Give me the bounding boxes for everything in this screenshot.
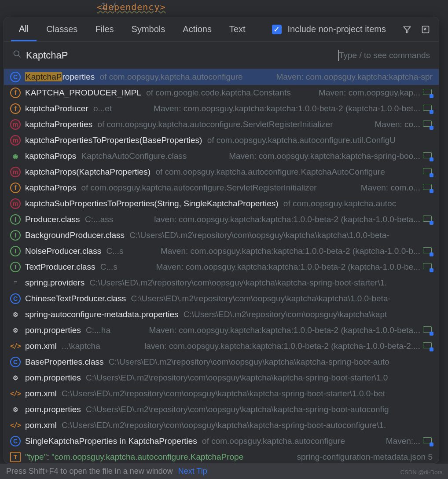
xml-icon: </> xyxy=(10,388,21,399)
result-location: Maven: co... xyxy=(375,120,421,129)
gear-icon: ⚙ xyxy=(10,309,21,320)
result-text: KaptchaProperties of com.oopsguy.kaptcha… xyxy=(25,72,272,82)
result-row[interactable]: ⚙pom.properties C:\Users\ED\.m2\reposito… xyxy=(4,370,439,386)
result-row[interactable]: ⚙spring-autoconfigure-metadata.propertie… xyxy=(4,307,439,322)
result-location: spring-configuration-metadata.json 5 xyxy=(297,452,433,462)
result-row[interactable]: ≡spring.providers C:\Users\ED\.m2\reposi… xyxy=(4,275,439,291)
result-location: Maven: com.o... xyxy=(361,183,420,193)
result-row[interactable]: </>pom.xml C:\Users\ED\.m2\repository\co… xyxy=(4,386,439,402)
result-row[interactable]: T"type": "com.oopsguy.kaptcha.autoconfig… xyxy=(4,449,439,463)
result-row[interactable]: fkaptchaProducer o...etMaven: com.oopsgu… xyxy=(4,101,439,117)
t-icon: T xyxy=(10,452,21,462)
search-placeholder-hint: Type / to see commands xyxy=(339,51,430,60)
library-folder-icon xyxy=(423,263,433,271)
result-text: kaptchaProps of com.oopsguy.kaptcha.auto… xyxy=(25,183,357,193)
result-row[interactable]: CBaseProperties.class C:\Users\ED\.m2\re… xyxy=(4,354,439,370)
gear-icon: ⚙ xyxy=(10,373,21,383)
gear-icon: ⚙ xyxy=(10,325,21,336)
gear-icon: ⚙ xyxy=(10,404,21,415)
result-text: kaptchaProps KaptchaAutoConfigure.class xyxy=(25,151,225,161)
method-icon: m xyxy=(10,119,21,130)
result-row[interactable]: fkaptchaProps of com.oopsguy.kaptcha.aut… xyxy=(4,180,439,196)
result-row[interactable]: IProducer.class C:...asslaven: com.oopsg… xyxy=(4,212,439,227)
result-location: Maven: com.oopsguy.kaptcha:kaptcha-spr xyxy=(276,72,433,82)
footer-hint: Press Shift+F4 to open the file in a new… xyxy=(6,467,173,476)
result-row[interactable]: ITextProducer.class C...sMaven: com.oops… xyxy=(4,259,439,275)
tabs-bar: All Classes Files Symbols Actions Text ✓… xyxy=(4,17,439,42)
result-row[interactable]: ⚙pom.properties C:\Users\ED\.m2\reposito… xyxy=(4,402,439,417)
result-text: kaptchaProducer o...et xyxy=(25,104,150,113)
library-folder-icon xyxy=(423,437,433,445)
include-nonproject-label: Include non-project items xyxy=(288,24,386,34)
result-text: pom.xml ...\kaptcha xyxy=(25,341,141,351)
result-location: laven: com.oopsguy.kaptcha:kaptcha:1.0.0… xyxy=(154,215,420,224)
result-row[interactable]: CSingleKaptchaProperties in KaptchaPrope… xyxy=(4,433,439,449)
search-input[interactable] xyxy=(26,50,339,61)
result-row[interactable]: CKaptchaProperties of com.oopsguy.kaptch… xyxy=(4,69,439,85)
result-text: kaptchaPropertiesToProperties(BaseProper… xyxy=(25,135,433,145)
library-folder-icon xyxy=(423,216,433,223)
field-icon: f xyxy=(10,103,21,114)
result-row[interactable]: ◉kaptchaProps KaptchaAutoConfigure.class… xyxy=(4,148,439,164)
interface-icon: I xyxy=(10,246,21,256)
class-icon: C xyxy=(10,357,21,367)
tab-classes[interactable]: Classes xyxy=(38,18,85,40)
xml-icon: </> xyxy=(10,420,21,431)
tab-symbols[interactable]: Symbols xyxy=(124,18,173,40)
tab-files[interactable]: Files xyxy=(87,18,121,40)
list-icon: ≡ xyxy=(10,278,21,288)
result-text: pom.properties C:\Users\ED\.m2\repositor… xyxy=(25,405,433,414)
method-icon: m xyxy=(10,167,21,177)
method-icon: m xyxy=(10,198,21,209)
open-in-tool-window-icon[interactable] xyxy=(419,23,432,36)
library-folder-icon xyxy=(423,121,433,128)
result-row[interactable]: IBackgroundProducer.class C:\Users\ED\.m… xyxy=(4,227,439,243)
editor-background-text: <dependency> xyxy=(0,0,448,12)
library-folder-icon xyxy=(423,184,433,192)
result-text: pom.xml C:\Users\ED\.m2\repository\com\o… xyxy=(25,420,433,430)
include-nonproject-checkbox[interactable]: ✓ xyxy=(272,25,282,34)
xml-icon: </> xyxy=(10,341,21,351)
library-folder-icon xyxy=(423,89,433,97)
result-row[interactable]: INoiseProducer.class C...sMaven: com.oop… xyxy=(4,243,439,259)
result-location: Maven: com.oopsguy.kaptcha:kaptcha:1.0.0… xyxy=(154,104,420,113)
tab-all[interactable]: All xyxy=(11,18,37,41)
field-icon: f xyxy=(10,88,21,98)
result-row[interactable]: mkaptchaSubPropertiesToProperties(String… xyxy=(4,196,439,212)
svg-point-1 xyxy=(14,51,19,56)
field-icon: f xyxy=(10,183,21,193)
class-icon: C xyxy=(10,72,21,82)
tab-actions[interactable]: Actions xyxy=(175,18,220,40)
result-row[interactable]: </>pom.xml ...\kaptchalaven: com.oopsguy… xyxy=(4,338,439,354)
bean-icon: ◉ xyxy=(10,151,21,161)
result-location: Maven: com.oopsguy.kaptcha:kaptcha:1.0.0… xyxy=(161,246,420,256)
result-row[interactable]: fKAPTCHA_PRODUCER_IMPL of com.google.cod… xyxy=(4,85,439,101)
interface-icon: I xyxy=(10,214,21,225)
result-row[interactable]: ⚙pom.properties C:...haMaven: com.oopsgu… xyxy=(4,322,439,338)
filter-icon[interactable] xyxy=(401,23,413,36)
result-text: pom.properties C:\Users\ED\.m2\repositor… xyxy=(25,373,433,383)
result-text: "type": "com.oopsguy.kaptcha.autoconfigu… xyxy=(25,452,294,462)
result-text: NoiseProducer.class C...s xyxy=(25,246,157,256)
result-location: Maven:... xyxy=(386,436,420,446)
library-folder-icon xyxy=(423,342,433,350)
library-folder-icon xyxy=(423,168,433,176)
result-location: Maven: com.oopsguy.kaptcha:kaptcha:1.0.0… xyxy=(149,325,420,335)
next-tip-link[interactable]: Next Tip xyxy=(178,467,207,476)
result-row[interactable]: mkaptchaPropertiesToProperties(BasePrope… xyxy=(4,132,439,148)
library-folder-icon xyxy=(423,247,433,255)
interface-icon: I xyxy=(10,230,21,241)
watermark: CSDN @di-Dora xyxy=(400,469,443,475)
result-row[interactable]: CChineseTextProducer.class C:\Users\ED\.… xyxy=(4,291,439,307)
results-list[interactable]: CKaptchaProperties of com.oopsguy.kaptch… xyxy=(4,69,439,463)
result-text: SingleKaptchaProperties in KaptchaProper… xyxy=(25,436,382,446)
result-location: Maven: com.oopsguy.kaptcha:kaptcha-sprin… xyxy=(229,151,420,161)
tab-text[interactable]: Text xyxy=(221,18,253,40)
result-text: pom.properties C:...ha xyxy=(25,325,146,335)
result-row[interactable]: mkaptchaProps(KaptchaProperties) of com.… xyxy=(4,164,439,180)
result-row[interactable]: mkaptchaProperties of com.oopsguy.kaptch… xyxy=(4,117,439,132)
library-folder-icon xyxy=(423,105,433,113)
result-location: laven: com.oopsguy.kaptcha:kaptcha:1.0.0… xyxy=(144,341,420,351)
result-row[interactable]: </>pom.xml C:\Users\ED\.m2\repository\co… xyxy=(4,417,439,433)
result-text: kaptchaProps(KaptchaProperties) of com.o… xyxy=(25,167,420,177)
